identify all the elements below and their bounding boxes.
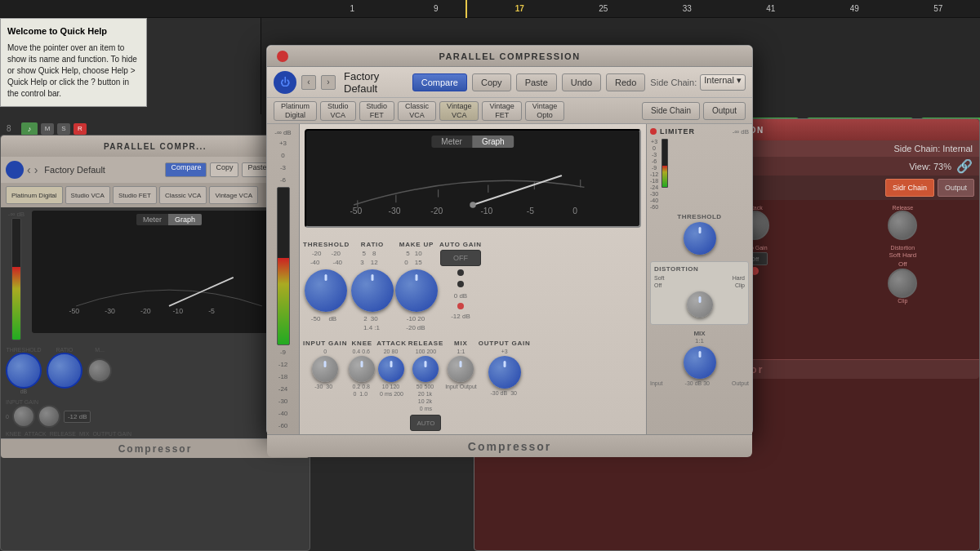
mute-btn-8[interactable]: M xyxy=(41,123,54,135)
meter-tab[interactable]: Meter xyxy=(431,136,472,148)
bg-footer-left: Compressor xyxy=(118,443,193,455)
prev-preset-button[interactable]: ‹ xyxy=(301,75,316,90)
threshold-knob[interactable] xyxy=(305,269,347,312)
graph-tab[interactable]: Graph xyxy=(472,136,514,148)
rec-btn-8[interactable]: R xyxy=(74,123,87,135)
model-vintage-vca[interactable]: VintageVCA xyxy=(439,101,479,121)
attack-knob[interactable] xyxy=(378,356,404,382)
bg-distortion-right[interactable] xyxy=(888,269,917,298)
bg-release-right[interactable] xyxy=(888,211,917,240)
bg-graph-tab[interactable]: Graph xyxy=(168,214,202,225)
model-studio-vca[interactable]: StudioVCA xyxy=(320,101,356,121)
auto-release-toggle[interactable]: AUTO xyxy=(410,415,441,431)
makeup-control: MAKE UP 510 015 -1020 -20dB xyxy=(395,238,438,331)
compare-button[interactable]: Compare xyxy=(412,73,467,91)
side-chain-button[interactable]: Side Chain xyxy=(642,102,700,120)
bg-model-vvca[interactable]: Vintage VCA xyxy=(209,186,258,204)
model-studio-fet[interactable]: StudioFET xyxy=(359,101,395,121)
vu-scale: -50 -30 -20 -10 -5 0 xyxy=(323,153,623,218)
bg-plugin-title: PARALLEL COMPR... xyxy=(1,136,310,157)
bg-meter-tab[interactable]: Meter xyxy=(136,214,168,225)
neg12-db-label: -12 dB xyxy=(451,313,470,320)
autogain-control: AUTO GAIN OFF 0 dB -12 dB xyxy=(439,238,482,320)
bg-makeup-knob[interactable] xyxy=(87,358,112,383)
sidechain-select[interactable]: Internal ▾ xyxy=(700,74,746,91)
plugin-right-panel: LIMITER -∞ dB +3 0 -3 -6 -9 -12 -18 -24 … xyxy=(646,124,752,434)
model-vintage-opto[interactable]: VintageOpto xyxy=(525,101,564,121)
vu-display: Meter Graph -50 -30 -20 -10 -5 0 xyxy=(305,129,641,228)
knee-control: KNEE 0.40.6 0.20.8 01.0 xyxy=(349,336,375,397)
bg-plugin-toolbar-left: ‹ › Factory Default Compare Copy Paste U… xyxy=(1,157,310,183)
bg-model-cvca[interactable]: Classic VCA xyxy=(159,186,207,204)
bg-knee-knob[interactable] xyxy=(38,405,60,428)
bg-model-svca[interactable]: Studio VCA xyxy=(65,186,110,204)
input-gain-knob[interactable] xyxy=(312,356,338,382)
compressor-footer-label: Compressor xyxy=(468,440,551,453)
ratio-control: RATIO 58 312 230 1.4:1 xyxy=(351,238,394,331)
bg-compare-btn[interactable]: Compare xyxy=(165,162,207,177)
svg-text:-10: -10 xyxy=(172,307,183,315)
marker-33: 33 xyxy=(645,4,729,13)
svg-text:-5: -5 xyxy=(208,307,215,315)
svg-point-19 xyxy=(470,202,476,208)
mix-label: MIX xyxy=(454,340,468,347)
bg-model-sfet[interactable]: Studio FET xyxy=(113,186,157,204)
svg-text:0: 0 xyxy=(572,207,577,216)
copy-button[interactable]: Copy xyxy=(472,73,511,91)
marker-17: 17 xyxy=(478,4,562,13)
knee-knob[interactable] xyxy=(349,356,375,382)
makeup-knob[interactable] xyxy=(395,269,438,312)
redo-button[interactable]: Redo xyxy=(606,73,645,91)
right-mix-knob[interactable] xyxy=(684,346,716,379)
autogain-led2 xyxy=(457,281,464,287)
undo-button[interactable]: Undo xyxy=(562,73,601,91)
bg-sidechain-btn-right[interactable]: Sidr Chain xyxy=(885,179,934,197)
next-preset-button[interactable]: › xyxy=(321,75,336,90)
plugin-body: -∞ dB +3 0 -3 -6 -9 -12 -18 -24 -30 -40 … xyxy=(267,124,752,434)
bg-model-platinum[interactable]: Platinum Digital xyxy=(6,186,63,204)
distortion-knob[interactable] xyxy=(687,291,713,318)
quick-help-text: Move the pointer over an item to show it… xyxy=(7,42,140,100)
bg-ratio-knob[interactable] xyxy=(47,353,82,389)
mix-knob[interactable] xyxy=(448,356,474,382)
track-icon-8: ♪ xyxy=(21,122,38,136)
quick-help-title: Welcome to Quick Help xyxy=(7,25,140,38)
solo-btn-8[interactable]: S xyxy=(57,123,70,135)
bg-copy-btn[interactable]: Copy xyxy=(210,162,238,177)
db-inf-label: -∞ dB xyxy=(274,129,291,136)
mix-control: MIX 1:1 Input Output xyxy=(445,336,477,389)
autogain-toggle[interactable]: OFF xyxy=(440,250,481,266)
bg-threshold-knob[interactable] xyxy=(6,353,42,389)
plugin-close-button[interactable] xyxy=(277,51,288,62)
output-gain-label: OUTPUT GAIN xyxy=(479,340,531,347)
bg-output-btn-right[interactable]: Output xyxy=(938,179,974,197)
right-threshold-knob[interactable] xyxy=(684,222,716,255)
plugin-main: PARALLEL COMPRESSION ⏻ ‹ › Factory Defau… xyxy=(266,45,753,435)
knee-label: KNEE xyxy=(352,340,372,347)
playhead xyxy=(466,0,467,18)
preset-name: Factory Default xyxy=(341,70,408,95)
right-mix-label: MIX xyxy=(650,330,749,337)
zero-db-label: 0 dB xyxy=(454,292,467,300)
marker-57: 57 xyxy=(897,4,981,13)
plugin-power-button[interactable]: ⏻ xyxy=(274,71,296,94)
output-button[interactable]: Output xyxy=(703,102,746,120)
model-classic-vca[interactable]: ClassicVCA xyxy=(398,101,436,121)
output-gain-knob[interactable] xyxy=(488,356,521,389)
bg-sidechain-right: Side Chain: Internal xyxy=(893,144,973,153)
svg-text:-20: -20 xyxy=(430,207,443,216)
track-number-8: 8 xyxy=(7,124,18,133)
plugin-toolbar2: PlatinumDigital StudioVCA StudioFET Clas… xyxy=(267,98,752,124)
bg-power-left[interactable] xyxy=(6,161,24,179)
bg-input-gain-knob[interactable] xyxy=(12,405,35,428)
plugin-bg-left: PARALLEL COMPR... ‹ › Factory Default Co… xyxy=(0,135,310,551)
model-vintage-fet[interactable]: VintageFET xyxy=(482,101,521,121)
model-platinum[interactable]: PlatinumDigital xyxy=(274,101,317,121)
limiter-led xyxy=(650,128,657,135)
release-knob[interactable] xyxy=(412,356,439,382)
ratio-knob[interactable] xyxy=(351,269,394,312)
paste-button[interactable]: Paste xyxy=(516,73,557,91)
plugin-footer: Compressor xyxy=(267,434,752,457)
sidechain-label: Side Chain: xyxy=(650,78,697,87)
plugin-titlebar: PARALLEL COMPRESSION xyxy=(267,46,752,67)
